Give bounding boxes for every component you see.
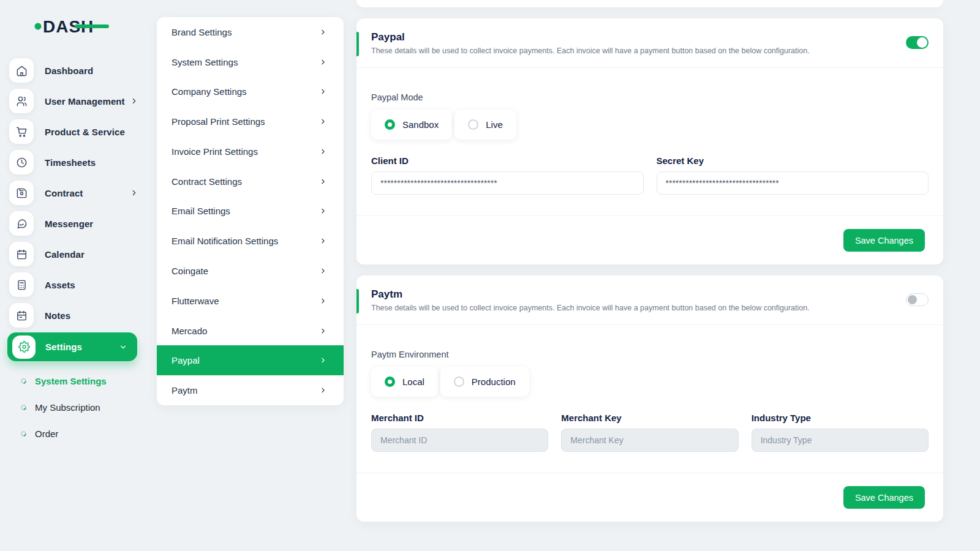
chevron-right-icon — [319, 88, 327, 96]
menu-item-contract-settings[interactable]: Contract Settings — [157, 167, 344, 197]
radio-selected-icon — [385, 377, 395, 387]
sidebar-item-label: Calendar — [45, 249, 85, 260]
menu-item-label: Flutterwave — [172, 296, 219, 306]
sidebar-item-settings[interactable]: Settings — [7, 332, 137, 361]
sidebar-item-user-management[interactable]: User Management — [0, 86, 147, 116]
client-id-input[interactable] — [371, 171, 644, 195]
menu-item-label: Email Settings — [172, 206, 230, 216]
sidebar-item-calendar[interactable]: Calendar — [0, 239, 147, 269]
chevron-right-icon — [319, 148, 327, 156]
radio-label: Local — [402, 377, 424, 387]
subitem-label: System Settings — [35, 376, 107, 386]
chevron-right-icon — [319, 267, 327, 275]
chat-icon — [9, 211, 34, 236]
calculator-icon — [9, 272, 34, 297]
sidebar-item-product-service[interactable]: Product & Service — [0, 116, 147, 147]
menu-item-label: Mercado — [172, 326, 207, 336]
save-changes-button[interactable]: Save Changes — [843, 486, 925, 509]
paytm-card-header: Paytm These details will be used to coll… — [356, 276, 943, 325]
bullet-icon — [20, 430, 28, 438]
previous-card-edge — [356, 0, 943, 7]
paytm-card-body: Paytm Environment Local Production Merch… — [356, 325, 943, 473]
menu-item-coingate[interactable]: Coingate — [157, 256, 344, 286]
menu-item-label: Proposal Print Settings — [172, 116, 265, 127]
paytm-enable-toggle[interactable] — [906, 293, 929, 306]
secret-key-input[interactable] — [657, 171, 929, 195]
home-icon — [9, 58, 34, 83]
sidebar: DASH Dashboard User Management — [0, 0, 147, 551]
sidebar-item-messenger[interactable]: Messenger — [0, 208, 147, 239]
radio-label: Production — [472, 377, 516, 387]
chevron-right-icon — [319, 297, 327, 305]
radio-label: Sandbox — [402, 119, 439, 130]
main-content: Paypal These details will be used to col… — [356, 0, 943, 522]
merchant-id-input[interactable] — [371, 429, 548, 452]
industry-type-field-group: Industry Type — [752, 413, 929, 452]
chevron-right-icon — [319, 237, 327, 245]
client-id-label: Client ID — [371, 156, 644, 166]
menu-item-mercado[interactable]: Mercado — [157, 316, 344, 346]
menu-item-label: Invoice Print Settings — [172, 146, 258, 157]
radio-unselected-icon — [454, 377, 464, 387]
paytm-fields: Merchant ID Merchant Key Industry Type — [371, 413, 929, 452]
menu-item-paytm[interactable]: Paytm — [157, 375, 344, 405]
menu-item-system-settings[interactable]: System Settings — [157, 47, 344, 77]
menu-item-label: Company Settings — [172, 86, 247, 97]
menu-item-proposal-print-settings[interactable]: Proposal Print Settings — [157, 107, 344, 137]
sidebar-item-label: Settings — [45, 342, 82, 352]
chevron-right-icon — [319, 118, 327, 126]
menu-item-email-settings[interactable]: Email Settings — [157, 197, 344, 227]
radio-local[interactable]: Local — [371, 367, 438, 397]
sidebar-item-contract[interactable]: Contract — [0, 178, 147, 208]
merchant-key-label: Merchant Key — [561, 413, 738, 423]
chevron-right-icon — [319, 28, 327, 36]
chevron-right-icon — [130, 189, 138, 197]
sidebar-nav: Dashboard User Management Product & Serv… — [0, 55, 147, 363]
merchant-key-field-group: Merchant Key — [561, 413, 738, 452]
menu-item-label: Paytm — [172, 385, 198, 395]
menu-item-label: Paypal — [172, 355, 200, 365]
menu-item-paypal[interactable]: Paypal — [157, 345, 344, 375]
sidebar-item-notes[interactable]: Notes — [0, 300, 147, 331]
paytm-card-description: These details will be used to collect in… — [371, 304, 810, 312]
brand-logo[interactable]: DASH — [34, 15, 114, 37]
merchant-key-input[interactable] — [561, 429, 738, 452]
menu-item-label: Coingate — [172, 266, 208, 276]
bullet-icon — [20, 403, 28, 411]
sidebar-item-timesheets[interactable]: Timesheets — [0, 147, 147, 178]
radio-sandbox[interactable]: Sandbox — [371, 110, 452, 140]
radio-unselected-icon — [468, 119, 478, 130]
paypal-mode-options: Sandbox Live — [371, 110, 929, 140]
sidebar-subitem-my-subscription[interactable]: My Subscription — [0, 394, 147, 421]
chevron-right-icon — [319, 207, 327, 215]
industry-type-input[interactable] — [752, 429, 929, 452]
sidebar-item-assets[interactable]: Assets — [0, 269, 147, 300]
sidebar-item-dashboard[interactable]: Dashboard — [0, 55, 147, 86]
menu-item-email-notification-settings[interactable]: Email Notification Settings — [157, 226, 344, 256]
menu-item-invoice-print-settings[interactable]: Invoice Print Settings — [157, 137, 344, 167]
gear-icon — [12, 335, 36, 359]
sidebar-item-label: Notes — [45, 310, 70, 321]
paytm-card-title: Paytm — [371, 288, 810, 301]
paypal-mode-label: Paypal Mode — [371, 92, 929, 102]
menu-item-company-settings[interactable]: Company Settings — [157, 77, 344, 107]
paytm-environment-label: Paytm Environment — [371, 350, 929, 359]
subitem-label: My Subscription — [35, 402, 100, 413]
sidebar-subitem-order[interactable]: Order — [0, 421, 147, 447]
chevron-right-icon — [319, 178, 327, 186]
menu-item-brand-settings[interactable]: Brand Settings — [157, 17, 344, 47]
paypal-fields: Client ID Secret Key — [371, 156, 929, 195]
cart-icon — [9, 119, 34, 144]
menu-item-flutterwave[interactable]: Flutterwave — [157, 286, 344, 316]
sidebar-item-label: Messenger — [45, 219, 93, 229]
radio-production[interactable]: Production — [440, 367, 529, 397]
clock-icon — [9, 150, 34, 174]
toggle-knob — [917, 37, 927, 48]
paypal-enable-toggle[interactable] — [906, 36, 929, 49]
save-changes-button[interactable]: Save Changes — [843, 229, 925, 252]
chevron-right-icon — [130, 97, 138, 105]
secret-key-field-group: Secret Key — [657, 156, 929, 195]
sidebar-subitem-system-settings[interactable]: System Settings — [0, 368, 147, 394]
radio-live[interactable]: Live — [454, 110, 516, 140]
paypal-heading-block: Paypal These details will be used to col… — [371, 31, 810, 55]
